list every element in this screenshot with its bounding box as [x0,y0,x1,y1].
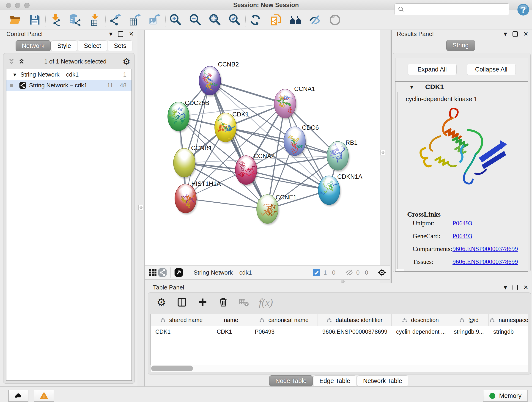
tab-node-table[interactable]: Node Table [269,375,313,386]
table-cell[interactable]: stringdb:9... [449,326,489,337]
export-network-icon[interactable] [109,13,122,26]
crosslink-link[interactable]: 9606.ENSP00000378699 [452,258,518,265]
warnings-button[interactable] [34,390,54,402]
column-header-namespace[interactable]: namespace [489,314,528,326]
column-header-name[interactable]: name [212,314,250,326]
minimize-window-icon[interactable] [15,3,20,8]
crosslink-link[interactable]: P06493 [452,220,472,227]
node-CCNB2[interactable]: CCNB2 [198,61,239,96]
collapse-all-button[interactable]: Collapse All [467,64,516,75]
column-header-@id[interactable]: @id [449,314,489,326]
expand-all-button[interactable]: Expand All [408,64,457,75]
gene-section-header[interactable]: ▼ CDK1 [395,82,528,92]
column-header-canonical-name[interactable]: canonical name [250,314,318,326]
search-box[interactable] [394,3,509,15]
network-overview-icon[interactable] [289,13,302,26]
column-header-database-identifier[interactable]: database identifier [318,314,392,326]
fit-content-crosshair-icon[interactable] [377,268,387,277]
node-table[interactable]: shared namenamecanonical namedatabase id… [151,314,528,365]
results-panel-float-icon[interactable] [513,31,518,37]
import-network-from-file-icon[interactable] [49,13,62,26]
tab-sets[interactable]: Sets [108,40,133,51]
control-panel-menu-icon[interactable]: ▼ [109,32,113,36]
node-CCNA1[interactable]: CCNA1 [274,85,315,119]
refresh-layout-icon[interactable] [249,13,262,26]
cloud-button[interactable] [8,390,28,402]
collapse-all-networks-icon[interactable] [8,58,15,65]
tab-style[interactable]: Style [51,40,77,51]
search-input[interactable] [407,4,509,15]
tab-network-table[interactable]: Network Table [357,375,409,386]
table-settings-gear-icon[interactable]: ⚙ [156,297,167,308]
table-cell[interactable]: CDK1 [212,326,250,337]
grid-view-icon[interactable] [148,268,158,277]
import-table-from-file-icon[interactable] [89,13,101,26]
gene-collapse-icon[interactable]: ▼ [410,85,413,89]
import-network-from-database-icon[interactable] [69,13,82,26]
horizontal-splitter-grip[interactable] [341,280,345,283]
maximize-window-icon[interactable] [24,3,30,8]
hide-selected-icon[interactable] [309,13,322,26]
network-canvas[interactable]: CCNB2CCNA1CDC25BCDK1CDC6RB1CCNB1CCNA2CDK… [145,30,380,265]
collection-expand-icon[interactable]: ▼ [13,72,16,77]
close-window-icon[interactable] [6,3,11,8]
show-hidden-icon[interactable] [329,13,341,26]
node-CCNE1[interactable]: CCNE1 [257,194,297,225]
left-splitter-grip[interactable] [138,205,143,211]
zoom-fit-icon[interactable] [209,13,221,26]
control-panel-close-icon[interactable]: ✕ [129,31,134,37]
node-CDKN1A[interactable]: CDKN1A [314,173,362,206]
tab-network[interactable]: Network [16,40,51,51]
zoom-in-icon[interactable] [169,13,182,26]
string-view-icon[interactable] [158,268,167,277]
memory-button[interactable]: Memory [483,390,528,402]
results-panel-menu-icon[interactable]: ▼ [504,32,507,36]
tab-edge-table[interactable]: Edge Table [313,375,356,386]
table-panel-menu-icon[interactable]: ▼ [504,285,507,290]
network-collection-row[interactable]: ▼ String Network – cdk1 1 [6,69,132,80]
node-RB1[interactable]: RB1 [327,139,358,172]
create-column-icon[interactable] [197,297,208,308]
crosslink-link[interactable]: 9606.ENSP00000378699 [452,245,518,253]
crosslink-link[interactable]: P06493 [452,232,472,240]
save-session-icon[interactable] [28,13,41,26]
table-cell[interactable]: CDK1 [151,326,212,337]
scrollbar-thumb[interactable] [151,366,193,371]
control-panel-float-icon[interactable] [118,31,123,37]
right-splitter[interactable] [380,30,390,283]
table-body[interactable]: CDK1CDK1P064939606.ENSP00000378699cyclin… [151,326,528,337]
table-header-row[interactable]: shared namenamecanonical namedatabase id… [151,314,528,326]
results-panel-close-icon[interactable]: ✕ [523,31,528,37]
network-row-selected[interactable]: String Network – cdk1 11 48 [6,80,132,91]
zoom-selected-icon[interactable] [228,13,241,26]
column-header-description[interactable]: description [392,314,449,326]
open-session-icon[interactable] [9,13,22,26]
expand-all-networks-icon[interactable] [18,58,25,65]
table-cell[interactable]: P06493 [250,326,318,337]
column-header-shared-name[interactable]: shared name [151,314,212,326]
table-cell[interactable]: 9606.ENSP00000378699 [318,326,392,337]
node-CCNA2[interactable]: CCNA2 [235,153,275,186]
selected-checkbox-icon[interactable] [312,268,321,277]
tab-select[interactable]: Select [78,40,107,51]
clone-network-icon[interactable] [269,13,282,26]
window-controls[interactable] [6,3,30,8]
show-columns-icon[interactable] [177,297,187,308]
zoom-out-icon[interactable] [189,13,202,26]
table-cell[interactable]: stringdb [489,326,528,337]
table-panel-float-icon[interactable] [513,285,518,290]
network-options-gear-icon[interactable]: ⚙ [123,57,130,66]
birds-eye-view-icon[interactable] [174,268,184,277]
export-image-icon[interactable] [148,13,161,26]
node-CDC6[interactable]: CDC6 [284,124,319,157]
tab-string[interactable]: String [446,40,475,51]
delete-column-icon[interactable] [218,297,229,308]
table-horizontal-scrollbar[interactable] [151,365,528,372]
table-panel-close-icon[interactable]: ✕ [523,284,528,290]
table-cell[interactable]: cyclin-dependent ... [392,326,449,337]
node-HIST1H1A[interactable]: HIST1H1A [175,180,221,214]
right-splitter-grip[interactable] [380,150,385,155]
export-table-icon[interactable] [129,13,142,26]
table-row[interactable]: CDK1CDK1P064939606.ENSP00000378699cyclin… [151,326,528,337]
help-button[interactable]: ? [517,3,530,16]
